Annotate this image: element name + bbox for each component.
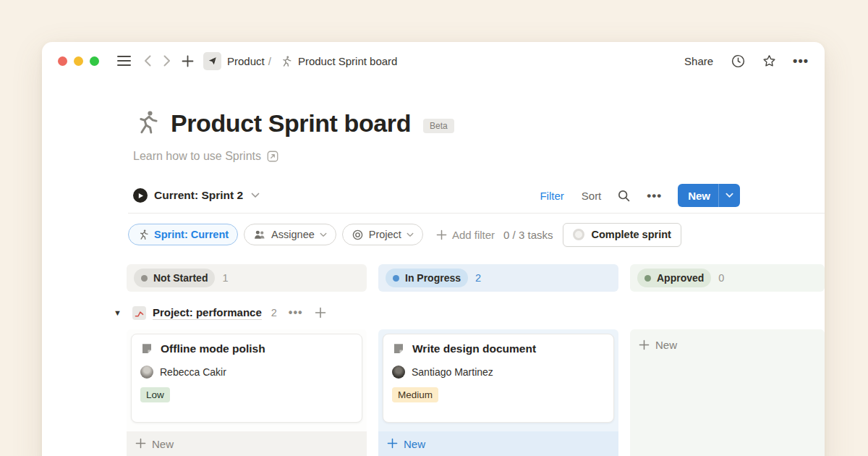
complete-sprint-button[interactable]: Complete sprint xyxy=(563,223,681,247)
project-filter-chip[interactable]: Project xyxy=(342,224,423,245)
status-pill-not-started: Not Started xyxy=(134,269,215,287)
breadcrumb-page[interactable]: Product Sprint board xyxy=(298,55,398,67)
add-filter-plus-icon xyxy=(436,229,447,240)
new-page-icon[interactable] xyxy=(182,55,194,67)
page-title-runner-icon[interactable] xyxy=(133,109,160,138)
search-icon[interactable] xyxy=(617,189,631,203)
column-header-approved[interactable]: Approved 0 xyxy=(630,264,825,292)
card-title-row: Offline mode polish xyxy=(140,342,353,355)
desktop-background: Product / Product Sprint board Share •••… xyxy=(0,0,868,456)
add-card-approved[interactable]: New xyxy=(630,329,825,351)
group-more-icon[interactable]: ••• xyxy=(289,307,303,318)
status-dot-green xyxy=(644,275,651,282)
new-button-label: New xyxy=(678,190,718,202)
plus-icon xyxy=(387,438,398,449)
column-name: Approved xyxy=(657,272,704,284)
column-name: In Progress xyxy=(405,272,461,284)
sort-button[interactable]: Sort xyxy=(582,190,602,202)
status-dot-blue xyxy=(393,275,399,282)
project-chevron-icon xyxy=(407,232,414,237)
sprint-chip-label: Sprint: Current xyxy=(154,229,229,240)
window-controls xyxy=(58,56,99,66)
card-title: Offline mode polish xyxy=(161,342,265,355)
priority-tag-low: Low xyxy=(140,387,170,402)
view-chevron-down-icon xyxy=(251,193,260,198)
plus-icon xyxy=(135,438,146,449)
new-button-chevron-icon[interactable] xyxy=(718,184,740,207)
column-body-in-progress: Write design document Santiago Martinez … xyxy=(378,329,618,456)
close-window-button[interactable] xyxy=(58,56,67,66)
toolbar-actions: Filter Sort ••• New xyxy=(540,184,740,207)
assignee-filter-chip[interactable]: Assignee xyxy=(244,224,336,245)
column-count: 2 xyxy=(475,272,481,284)
assignee-row: Santiago Martinez xyxy=(392,366,605,379)
share-button[interactable]: Share xyxy=(684,55,713,67)
assignee-name: Santiago Martinez xyxy=(412,366,493,378)
column-body-approved: New xyxy=(630,329,825,456)
new-button[interactable]: New xyxy=(678,184,740,207)
notion-window: Product / Product Sprint board Share •••… xyxy=(42,42,825,456)
group-collapse-triangle-icon[interactable]: ▼ xyxy=(114,308,122,317)
page-icon xyxy=(392,342,405,355)
group-title[interactable]: Project: performance xyxy=(153,306,262,320)
sprint-view-tab[interactable]: Current: Sprint 2 xyxy=(133,188,260,203)
back-icon[interactable] xyxy=(143,54,152,67)
sprint-progress-ring-icon xyxy=(573,229,584,240)
avatar-rebecca-cakir xyxy=(140,366,153,379)
add-card-in-progress[interactable]: New xyxy=(378,431,618,456)
status-pill-in-progress: In Progress xyxy=(386,269,468,287)
card-title-row: Write design document xyxy=(392,342,605,355)
forward-icon[interactable] xyxy=(163,54,171,67)
column-name: Not Started xyxy=(153,272,208,284)
column-count: 0 xyxy=(718,272,724,284)
breadcrumb-root[interactable]: Product xyxy=(227,55,265,67)
add-card-not-started[interactable]: New xyxy=(127,431,367,456)
assignee-name: Rebecca Cakir xyxy=(160,366,226,378)
group-add-icon[interactable] xyxy=(315,307,326,318)
minimize-window-button[interactable] xyxy=(74,56,83,66)
page-title: Product Sprint board xyxy=(171,109,411,138)
zoom-window-button[interactable] xyxy=(90,56,99,66)
play-circle-icon xyxy=(133,188,148,203)
assignee-chip-label: Assignee xyxy=(271,229,315,240)
titlebar: Product / Product Sprint board Share ••• xyxy=(42,42,825,80)
assignee-chevron-icon xyxy=(320,232,327,237)
add-card-label: New xyxy=(655,339,677,351)
assignee-row: Rebecca Cakir xyxy=(140,366,353,379)
product-page-icon[interactable] xyxy=(203,52,221,70)
assignee-people-icon xyxy=(253,229,266,240)
add-filter-button[interactable]: Add filter xyxy=(436,229,495,241)
plus-icon xyxy=(639,339,650,350)
view-toolbar: Current: Sprint 2 Filter Sort ••• New xyxy=(133,182,740,208)
project-target-icon xyxy=(352,229,364,241)
group-row-project-performance: ▼ Project: performance 2 ••• xyxy=(114,300,326,326)
sidebar-toggle-icon[interactable] xyxy=(117,55,131,67)
status-pill-approved: Approved xyxy=(637,269,711,287)
add-filter-label: Add filter xyxy=(452,229,495,241)
page-header: Product Sprint board Beta xyxy=(133,109,454,138)
window-more-icon[interactable]: ••• xyxy=(793,54,809,67)
project-chart-icon xyxy=(132,306,146,320)
complete-sprint-label: Complete sprint xyxy=(591,229,671,240)
filter-button[interactable]: Filter xyxy=(540,190,563,202)
updates-clock-icon[interactable] xyxy=(731,54,746,69)
column-count: 1 xyxy=(222,272,228,284)
card-title: Write design document xyxy=(412,342,536,355)
learn-link[interactable]: Learn how to use Sprints xyxy=(133,150,261,163)
beta-badge: Beta xyxy=(423,119,454,133)
avatar-santiago-martinez xyxy=(392,366,405,379)
project-chip-label: Project xyxy=(369,229,401,240)
sprint-filter-chip[interactable]: Sprint: Current xyxy=(128,224,238,245)
sprint-chip-runner-icon xyxy=(137,229,149,240)
column-header-in-progress[interactable]: In Progress 2 xyxy=(378,264,618,292)
card-offline-mode-polish[interactable]: Offline mode polish Rebecca Cakir Low xyxy=(131,334,362,423)
favorite-star-icon[interactable] xyxy=(762,54,777,69)
view-label: Current: Sprint 2 xyxy=(154,189,243,202)
external-link-icon[interactable] xyxy=(266,150,279,163)
breadcrumb-separator: / xyxy=(268,55,271,67)
column-body-not-started: Offline mode polish Rebecca Cakir Low Ne… xyxy=(127,329,367,456)
card-write-design-document[interactable]: Write design document Santiago Martinez … xyxy=(383,334,614,423)
toolbar-divider xyxy=(128,213,825,214)
view-more-icon[interactable]: ••• xyxy=(647,190,662,202)
column-header-not-started[interactable]: Not Started 1 xyxy=(127,264,367,292)
